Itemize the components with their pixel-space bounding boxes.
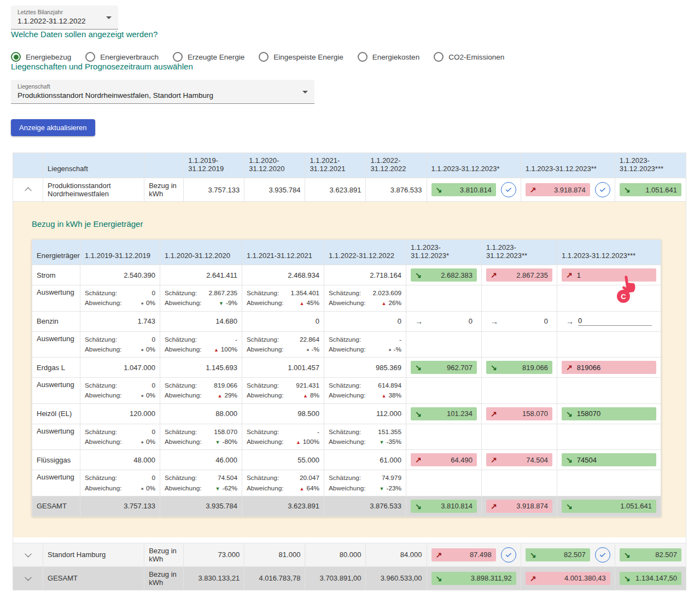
auswertung-cell: Schätzung:158.070 Abweichung:▼-80% <box>160 424 242 450</box>
forecast1-column-header: 1.1.2023-31.12.2023* <box>427 153 521 178</box>
value-cell: 3.703.891,00 <box>305 566 366 590</box>
value-cell: 3.757.133 <box>184 178 244 202</box>
data-type-radio-group: Energiebezug Energieverbrauch Erzeugte E… <box>11 52 689 62</box>
forecast-cell: ↘ 82.507 <box>521 543 615 566</box>
auswertung-cell: Schätzung:921.431 Abweichung:▲8% <box>242 378 324 404</box>
forecast-cell: ↘ 82.507 <box>615 543 686 566</box>
auswertung-cell: Schätzung:0 Abweichung:●0% <box>80 470 160 496</box>
year-column-header: 1.1.2022-31.12.2022 <box>366 153 427 178</box>
forecast-cell: ↘ 1.051.641 <box>557 496 661 516</box>
trend-pill: ↘ 1.134.147,50 <box>620 572 681 585</box>
triangle-down-icon: ▼ <box>215 486 220 491</box>
energietraeger-name: Flüssiggas <box>32 450 80 470</box>
dot-icon: ● <box>141 440 144 445</box>
value-cell: 0 <box>324 311 406 331</box>
approve-check-button[interactable] <box>501 182 516 197</box>
value-cell: 985.369 <box>324 358 406 378</box>
triangle-up-icon: ▲ <box>214 347 219 353</box>
forecast-cell: ↗ 74.504 <box>482 450 557 470</box>
radio-energiekosten[interactable]: Energiekosten <box>358 52 419 62</box>
triangle-up-icon: ▲ <box>296 440 301 445</box>
radio-erzeugte-energie[interactable]: Erzeugte Energie <box>173 52 244 62</box>
value-cell: 98.500 <box>242 403 324 424</box>
year-column-header: 1.1.2021-31.12.2021 <box>305 153 366 178</box>
trend-down-icon: ↘ <box>624 575 631 582</box>
trend-pill: → 0 <box>411 315 477 328</box>
liegenschaft-select[interactable]: Liegenschaft Produktionsstandort Nordrhe… <box>11 80 314 104</box>
approve-check-button[interactable] <box>595 547 610 563</box>
energietraeger-name: Heizöl (EL) <box>32 403 80 424</box>
approve-check-button[interactable] <box>595 182 610 197</box>
update-view-button[interactable]: Anzeige aktualisieren <box>11 119 95 136</box>
trend-pill: ↗ <box>562 268 656 282</box>
forecast-input[interactable] <box>578 317 652 326</box>
dot-icon: ● <box>306 347 309 353</box>
chevron-up-icon <box>25 187 32 194</box>
table-row: Benzin 1.743 14.680 0 0 → 0 <box>32 311 661 331</box>
forecast-cell: ↗ 87.498 <box>427 543 521 566</box>
trend-pill: ↘ 3.810.814 <box>411 500 477 513</box>
gesamt-label: GESAMT <box>32 496 80 516</box>
forecast-input[interactable] <box>577 271 652 279</box>
table-row: Produktionsstandort Nordrheinwestfalen B… <box>13 178 686 202</box>
radio-eingespeiste-energie[interactable]: Eingespeiste Energie <box>259 52 343 62</box>
radio-energiebezug[interactable]: Energiebezug <box>11 52 71 62</box>
radio-energieverbrauch[interactable]: Energieverbrauch <box>85 52 159 62</box>
page: Letztes Bilanzjahr 1.1.2022-31.12.2022 W… <box>0 0 700 603</box>
chevron-down-icon <box>25 551 32 558</box>
expand-row-button[interactable] <box>22 572 34 584</box>
value-cell: 3.623.891 <box>305 178 366 202</box>
value-cell: 81.000 <box>244 543 305 566</box>
value-cell: 55.000 <box>242 450 324 470</box>
table-row: Erdgas L 1.047.000 1.145.693 1.001.457 9… <box>32 358 661 378</box>
approve-check-button[interactable] <box>501 547 516 563</box>
liegenschaft-section-title: Liegenschaften und Prognosezeitraum ausw… <box>11 62 689 71</box>
gesamt-label: GESAMT <box>43 566 144 590</box>
auswertung-row: Auswertung Schätzung:0 Abweichung:●0% Sc… <box>32 378 661 404</box>
trend-pill: ↘ 3.810.814 <box>431 183 496 196</box>
bilanzjahr-value: 1.1.2022-31.12.2022 <box>18 17 86 25</box>
trend-up-icon: ↗ <box>491 410 497 418</box>
energietraeger-name: Benzin <box>32 311 80 331</box>
energietraeger-name: Erdgas L <box>32 358 80 378</box>
forecast-cell: ↘ 3.810.814 <box>427 178 521 202</box>
auswertung-cell: Schätzung:151.355 Abweichung:▼-35% <box>324 424 406 450</box>
radio-co2-emissionen[interactable]: CO2-Emissionen <box>434 52 504 62</box>
value-cell: 3.935.784 <box>160 496 242 516</box>
auswertung-cell: Schätzung:0 Abweichung:●0% <box>80 378 160 404</box>
trend-pill: ↘ <box>562 407 656 420</box>
triangle-down-icon: ▼ <box>380 440 384 445</box>
triangle-down-icon: ▼ <box>219 301 224 306</box>
trend-pill: ↗ 74.504 <box>486 453 552 466</box>
forecast-input[interactable] <box>577 456 652 464</box>
trend-pill: ↘ 82.507 <box>620 548 681 561</box>
value-cell: 1.047.000 <box>80 358 160 378</box>
auswertung-cell: Schätzung:74.979 Abweichung:▼-23% <box>324 470 406 496</box>
trend-pill: ↗ 3.918.874 <box>526 183 590 196</box>
auswertung-row: Auswertung Schätzung:0 Abweichung:●0% Sc… <box>32 424 661 450</box>
forecast-cell: ↗ 158.070 <box>482 403 557 424</box>
forecast-cell: ↗ 2.867.235 <box>482 265 557 285</box>
trend-down-icon: ↘ <box>415 364 422 371</box>
value-cell: 2.540.390 <box>80 265 160 285</box>
collapse-row-button[interactable] <box>22 184 34 196</box>
gesamt-row: GESAMT Bezug in kWh 3.830.133,21 4.016.7… <box>13 566 686 590</box>
auswertung-cell: Schätzung:0 Abweichung:●0% <box>80 424 160 450</box>
year-column-header: 1.1.2019-31.12.2019 <box>80 240 160 265</box>
value-cell: 0 <box>242 311 324 331</box>
trend-pill: ↘ 2.682.383 <box>411 268 477 282</box>
dot-icon: ● <box>388 347 391 353</box>
dot-icon: ● <box>141 301 144 306</box>
dropdown-caret-icon <box>302 91 308 93</box>
trend-down-icon: ↘ <box>566 502 573 510</box>
value-cell: 61.000 <box>324 450 406 470</box>
trend-pill: ↗ 158.070 <box>486 407 552 420</box>
forecast-input[interactable] <box>577 409 652 418</box>
expand-row-button[interactable] <box>22 549 34 560</box>
trend-pill: ↗ <box>562 361 656 374</box>
trend-pill: ↗ 64.490 <box>411 453 477 466</box>
forecast-input[interactable] <box>577 364 652 372</box>
value-cell: 80.000 <box>305 543 366 566</box>
value-cell: 46.000 <box>160 450 242 470</box>
bilanzjahr-select[interactable]: Letztes Bilanzjahr 1.1.2022-31.12.2022 <box>11 5 118 30</box>
